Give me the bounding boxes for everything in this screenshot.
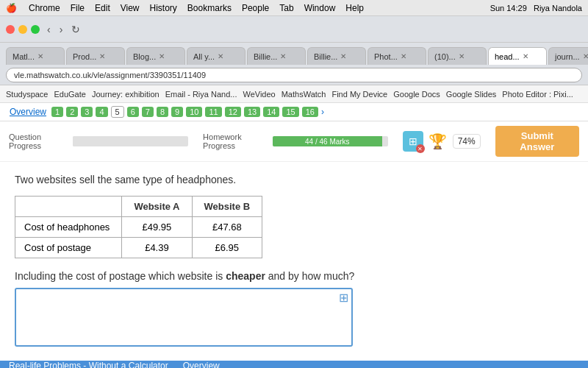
page-tab-15[interactable]: 15 xyxy=(282,107,298,117)
mac-menu-bookmarks[interactable]: Bookmarks xyxy=(187,3,232,13)
chrome-toolbar: ‹ › ↻ xyxy=(0,16,588,43)
page-tab-2[interactable]: 2 xyxy=(66,107,78,117)
table-cell-postage-a: £4.39 xyxy=(122,238,192,258)
table-cell-headphones-a: £49.95 xyxy=(122,217,192,238)
mac-menu-file[interactable]: File xyxy=(71,3,85,13)
progress-section: Question Progress Homework Progress 44 /… xyxy=(0,121,588,162)
maximize-button[interactable] xyxy=(31,25,40,34)
bookmark-findmydevice[interactable]: Find My Device xyxy=(331,90,387,99)
percent-badge: 74% xyxy=(453,134,481,149)
url-input[interactable] xyxy=(6,68,582,82)
icons-group: ⊞ 🏆 74% xyxy=(403,131,481,152)
tab-10[interactable]: (10)...✕ xyxy=(428,47,487,65)
mac-menu-window[interactable]: Window xyxy=(304,3,336,13)
bottom-bar: Real-life Problems - Without a Calculato… xyxy=(0,361,588,368)
page-tab-13[interactable]: 13 xyxy=(244,107,260,117)
tab-mathl[interactable]: Matl...✕ xyxy=(6,47,65,65)
tab-phot[interactable]: Phot...✕ xyxy=(368,47,426,65)
forward-button[interactable]: › xyxy=(57,22,66,37)
page-tab-3[interactable]: 3 xyxy=(81,107,93,117)
answer-prompt-bold: cheaper xyxy=(226,270,265,282)
mac-menu-edit[interactable]: Edit xyxy=(95,3,110,13)
table-row-headphones: Cost of headphones £49.95 £47.68 xyxy=(15,217,262,238)
tab-prod[interactable]: Prod...✕ xyxy=(66,47,125,65)
page-tab-4[interactable]: 4 xyxy=(96,107,107,117)
bookmark-mathswatch[interactable]: MathsWatch xyxy=(282,90,326,99)
main-content: Two websites sell the same type of headp… xyxy=(0,162,588,361)
table-header-blank xyxy=(15,197,122,217)
homework-progress-fill: 44 / 46 Marks xyxy=(273,136,382,146)
question-progress-label: Question Progress xyxy=(9,132,67,150)
bookmark-googledocs[interactable]: Google Docs xyxy=(393,90,440,99)
question-intro: Two websites sell the same type of headp… xyxy=(15,174,573,185)
tabs-bar: Matl...✕ Prod...✕ Blog...✕ All y...✕ Bil… xyxy=(0,43,588,65)
tab-ally[interactable]: All y...✕ xyxy=(187,47,245,65)
page-tab-14[interactable]: 14 xyxy=(263,107,279,117)
homework-progress-label: Homework Progress xyxy=(203,132,267,150)
question-progress-bar xyxy=(73,136,188,146)
mac-menu-history[interactable]: History xyxy=(150,3,177,13)
mac-toolbar: 🍎 Chrome File Edit View History Bookmark… xyxy=(0,0,588,16)
answer-prompt-after: and by how much? xyxy=(265,270,354,282)
address-bar xyxy=(0,65,588,85)
overview-link[interactable]: Overview xyxy=(7,106,49,118)
apple-menu[interactable]: 🍎 xyxy=(6,3,17,13)
bookmark-wevideo[interactable]: WeVideo xyxy=(243,90,275,99)
bookmarks-bar: Studyspace EduGate Journey: exhibition E… xyxy=(0,85,588,103)
submit-answer-button[interactable]: Submit Answer xyxy=(495,126,579,157)
table-cell-headphones-b: £47.68 xyxy=(192,217,262,238)
back-button[interactable]: ‹ xyxy=(44,22,54,37)
page-tab-6[interactable]: 6 xyxy=(127,107,139,117)
table-cell-postage-label: Cost of postage xyxy=(15,238,122,258)
mac-clock: Sun 14:29 Riya Nandola xyxy=(490,4,582,13)
tab-billie1[interactable]: Billie...✕ xyxy=(247,47,306,65)
table-row-postage: Cost of postage £4.39 £6.95 xyxy=(15,238,262,258)
bottom-bar-item-2[interactable]: Overview xyxy=(183,361,220,368)
tab-billie2[interactable]: Billie...✕ xyxy=(307,47,366,65)
minimize-button[interactable] xyxy=(18,25,27,34)
bottom-bar-item-1[interactable]: Real-life Problems - Without a Calculato… xyxy=(9,361,168,368)
mac-menu-help[interactable]: Help xyxy=(345,3,364,13)
tab-head[interactable]: head...✕ xyxy=(488,47,547,65)
answer-prompt-before: Including the cost of postage which webs… xyxy=(15,270,226,282)
bookmark-journey[interactable]: Journey: exhibition xyxy=(92,90,159,99)
mac-menu-chrome[interactable]: Chrome xyxy=(29,3,60,13)
reload-button[interactable]: ↻ xyxy=(68,22,83,37)
close-button[interactable] xyxy=(6,25,15,34)
content-area: Overview 1 2 3 4 5 6 7 8 9 10 11 12 13 1… xyxy=(0,103,588,368)
table-header-website-b: Website B xyxy=(192,197,262,217)
bookmark-email[interactable]: Email - Riya Nand... xyxy=(165,90,237,99)
bookmark-googleslides[interactable]: Google Slides xyxy=(446,90,497,99)
page-tab-1[interactable]: 1 xyxy=(51,107,63,117)
mac-menu-view[interactable]: View xyxy=(121,3,140,13)
tab-blog1[interactable]: Blog...✕ xyxy=(126,47,185,65)
question-progress-group: Question Progress xyxy=(9,132,188,150)
homework-progress-bar: 44 / 46 Marks xyxy=(273,136,388,146)
homework-progress-group: Homework Progress 44 / 46 Marks xyxy=(203,132,388,150)
answer-textarea[interactable] xyxy=(15,288,353,347)
page-tab-10[interactable]: 10 xyxy=(186,107,202,117)
page-tab-12[interactable]: 12 xyxy=(225,107,241,117)
bookmark-edugate[interactable]: EduGate xyxy=(54,90,85,99)
page-tab-9[interactable]: 9 xyxy=(171,107,183,117)
bookmark-photoeditor[interactable]: Photo Editor : Pixi... xyxy=(502,90,573,99)
page-tabs: Overview 1 2 3 4 5 6 7 8 9 10 11 12 13 1… xyxy=(0,103,588,121)
table-cell-headphones-label: Cost of headphones xyxy=(15,217,122,238)
page-tab-7[interactable]: 7 xyxy=(142,107,154,117)
traffic-lights xyxy=(6,25,40,34)
page-tab-11[interactable]: 11 xyxy=(205,107,221,117)
calculator-icon[interactable]: ⊞ xyxy=(403,131,423,152)
table-header-website-a: Website A xyxy=(122,197,192,217)
answer-box-wrapper: ⊞ xyxy=(15,288,353,349)
page-tab-8[interactable]: 8 xyxy=(157,107,168,117)
page-tab-5[interactable]: 5 xyxy=(111,106,124,118)
bookmark-studyspace[interactable]: Studyspace xyxy=(6,90,48,99)
page-tab-16[interactable]: 16 xyxy=(302,107,318,117)
expand-icon[interactable]: ⊞ xyxy=(339,291,348,305)
table-cell-postage-b: £6.95 xyxy=(192,238,262,258)
tab-journ[interactable]: journ...✕ xyxy=(548,47,588,65)
trophy-icon: 🏆 xyxy=(428,131,448,152)
mac-menu-tab[interactable]: Tab xyxy=(279,3,293,13)
page-tab-more[interactable]: › xyxy=(321,107,324,117)
mac-menu-people[interactable]: People xyxy=(242,3,269,13)
